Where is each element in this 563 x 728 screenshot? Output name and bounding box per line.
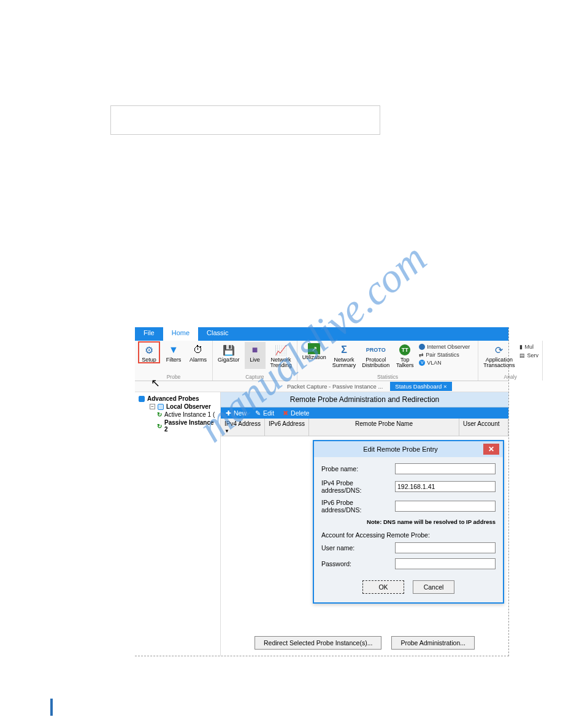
utilization-button[interactable]: ↗ Utilization [301, 342, 327, 369]
probe-admin-button[interactable]: Probe Administration... [391, 636, 475, 650]
live-button[interactable]: ■ Live [245, 342, 266, 369]
trending-button[interactable]: 📈 Network Trending [269, 342, 293, 369]
edit-probe-dialog: Edit Remote Probe Entry ✕ Probe name: IP… [313, 440, 504, 604]
app-window: File Home Classic ⚙ Setup ▼ Filters ⏱ Al… [135, 327, 509, 656]
tab-home[interactable]: Home [163, 327, 198, 341]
ribbon-group-capture: 💾 GigaStor ■ Live 📈 Network Trending Cap… [213, 341, 297, 381]
serv-link[interactable]: ▤Serv [519, 352, 538, 359]
talkers-button[interactable]: TT Top Talkers [394, 342, 415, 369]
gigastor-button[interactable]: 💾 GigaStor [216, 342, 241, 369]
app-body: Advanced Probes −Local Observer ↻Active … [135, 392, 508, 656]
apptrans-button[interactable]: ⟳ Application Transactions [482, 342, 516, 369]
apptrans-label: Application Transactions [483, 357, 515, 369]
alarms-button[interactable]: ⏱ Alarms [188, 342, 209, 363]
talkers-label: Top Talkers [396, 357, 414, 369]
doctab-close-icon[interactable]: × [443, 383, 447, 390]
server-icon: ▤ [519, 352, 525, 358]
protocol-label: Protocol Distribution [362, 357, 389, 369]
folder-icon [158, 404, 164, 410]
doctab-status-label: Status Dashboard [395, 383, 442, 390]
footer-buttons: Redirect Selected Probe Instance(s)... P… [221, 631, 508, 656]
main-panel: Remote Probe Administration and Redirect… [221, 392, 508, 656]
tree-passive-instance[interactable]: ↻Passive Instance 2 [139, 419, 218, 433]
proto-icon: PROTO [369, 343, 383, 357]
tree-advanced-probes[interactable]: Advanced Probes [139, 395, 218, 403]
col-ipv4-label: IPv4 Address [224, 420, 261, 427]
pair-stats-link[interactable]: ⇄Pair Statistics [419, 351, 474, 358]
new-label: New [234, 409, 247, 417]
utilization-icon: ↗ [308, 343, 320, 354]
edit-button[interactable]: ✎Edit [255, 409, 274, 417]
ipv4-label: IPv4 Probe address/DNS: [321, 479, 395, 494]
tree-active-instance[interactable]: ↻Active Instance 1 ( [139, 411, 218, 419]
password-label: Password: [321, 560, 395, 567]
tree-active-label: Active Instance 1 ( [164, 411, 215, 418]
summary-button[interactable]: Σ Network Summary [331, 342, 358, 369]
password-input[interactable] [395, 558, 496, 569]
tree-passive-label: Passive Instance 2 [164, 419, 218, 433]
alarms-label: Alarms [190, 357, 207, 363]
folder-icon [139, 396, 145, 402]
col-ipv4[interactable]: IPv4 Address ▼ [221, 419, 265, 436]
username-label: User name: [321, 544, 395, 552]
live-label: Live [250, 357, 260, 363]
utilization-label: Utilization [302, 355, 326, 360]
collapse-icon[interactable]: − [150, 404, 155, 409]
instance-icon: ↻ [157, 423, 162, 430]
delete-button[interactable]: ✖Delete [283, 409, 309, 417]
ipv6-input[interactable] [395, 501, 496, 512]
new-button[interactable]: ✚New [226, 409, 247, 417]
account-section-label: Account for Accessing Remote Probe: [321, 531, 496, 539]
refresh-icon: ⟳ [492, 343, 506, 357]
new-icon: ✚ [226, 409, 231, 417]
tab-file[interactable]: File [135, 327, 163, 341]
dialog-close-button[interactable]: ✕ [483, 444, 499, 455]
probe-name-input[interactable] [395, 463, 496, 474]
nav-tree: Advanced Probes −Local Observer ↻Active … [135, 392, 221, 656]
setup-label: Setup [142, 357, 156, 363]
probe-name-label: Probe name: [321, 465, 395, 472]
group-label-stats: Statistics [377, 374, 398, 381]
pair-icon: ⇄ [419, 352, 424, 358]
tab-classic[interactable]: Classic [198, 327, 237, 341]
ribbon-group-stats: ↗ Utilization Σ Network Summary PROTO Pr… [297, 341, 479, 381]
bars-icon: ▮ [519, 344, 523, 350]
vlan-link[interactable]: VVLAN [419, 359, 474, 366]
username-input[interactable] [395, 542, 496, 553]
col-user[interactable]: User Account [459, 419, 508, 436]
trend-icon: 📈 [274, 343, 288, 357]
sort-icon: ▼ [224, 428, 229, 434]
setup-button[interactable]: ⚙ Setup [139, 342, 159, 363]
doctab-packet-capture[interactable]: Packet Capture - Passive Instance ... [282, 382, 388, 391]
summary-label: Network Summary [332, 357, 356, 369]
delete-icon: ✖ [283, 409, 288, 417]
mul-link[interactable]: ▮Mul [519, 343, 538, 351]
delete-label: Delete [291, 409, 309, 417]
redirect-button[interactable]: Redirect Selected Probe Instance(s)... [255, 636, 381, 650]
ribbon-tabbar: File Home Classic [135, 327, 508, 341]
grid-header: IPv4 Address ▼ IPv6 Address Remote Probe… [221, 419, 508, 436]
dialog-body: Probe name: IPv4 Probe address/DNS: IPv6… [314, 457, 503, 602]
edit-label: Edit [263, 409, 274, 417]
grid-body: Edit Remote Probe Entry ✕ Probe name: IP… [221, 436, 508, 631]
tree-local-observer[interactable]: −Local Observer [139, 403, 218, 411]
col-name[interactable]: Remote Probe Name [309, 419, 459, 436]
col-ipv6[interactable]: IPv6 Address [265, 419, 309, 436]
talkers-icon: TT [398, 343, 412, 357]
filters-button[interactable]: ▼ Filters [163, 342, 184, 363]
ribbon: ⚙ Setup ▼ Filters ⏱ Alarms Probe 💾 GigaS… [135, 341, 508, 381]
cancel-button[interactable]: Cancel [413, 580, 454, 594]
gigastor-label: GigaStor [218, 357, 240, 363]
panel-toolbar: ✚New ✎Edit ✖Delete [221, 408, 508, 419]
trending-label: Network Trending [270, 357, 292, 369]
internet-observer-link[interactable]: Internet Observer [419, 343, 474, 351]
ipv4-input[interactable] [395, 481, 496, 492]
dialog-titlebar: Edit Remote Probe Entry ✕ [314, 441, 503, 457]
protocol-button[interactable]: PROTO Protocol Distribution [361, 342, 391, 369]
globe-icon [419, 344, 425, 350]
internet-label: Internet Observer [427, 344, 470, 350]
ipv6-label: IPv6 Probe address/DNS: [321, 499, 395, 514]
mul-label: Mul [524, 344, 534, 350]
doctab-status-dashboard[interactable]: Status Dashboard × [390, 382, 451, 391]
ok-button[interactable]: OK [362, 580, 404, 594]
